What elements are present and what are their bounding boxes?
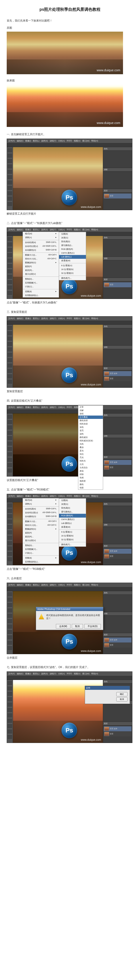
tool-icon[interactable] [7, 331, 13, 336]
dont-merge-button[interactable]: 不合并(D) [84, 624, 101, 628]
menu-item[interactable]: 帮助(H) [91, 672, 98, 675]
blend-option[interactable]: 明度 [78, 486, 103, 490]
cancel-button[interactable]: 取消 [116, 697, 127, 702]
image-menu-dropdown[interactable]: 位图(B)灰度(G)双色调(D)索引颜色(I)...RGB 颜色(R)CMYK … [23, 498, 59, 564]
menu-item[interactable]: 裁切(R)... [23, 269, 59, 272]
tool-icon[interactable] [7, 352, 13, 357]
submenu-item[interactable]: 8 位/通道(A) [59, 530, 86, 534]
menu-item[interactable]: 自动颜色(O)Shift+Ctrl+B [23, 515, 59, 519]
menu-item[interactable]: 3D(D) [67, 495, 72, 498]
tool-icon[interactable] [7, 613, 13, 618]
menu-item[interactable]: 分析(A) [58, 228, 65, 231]
tool-icon[interactable] [7, 630, 13, 635]
menu-item[interactable]: 窗口(W) [82, 672, 90, 675]
menu-item[interactable]: 计算(C)... [23, 285, 59, 289]
submenu-item[interactable]: Lab 颜色(L) [59, 522, 86, 525]
blend-option[interactable]: 颜色减淡 [78, 436, 103, 439]
menu-item[interactable]: 3D(D) [67, 140, 72, 142]
tool-icon[interactable] [7, 447, 13, 452]
tool-icon[interactable] [7, 363, 13, 368]
menu-item[interactable]: 模式(M)▸ [23, 232, 59, 236]
blend-option[interactable]: 正片叠底 [78, 415, 103, 419]
menu-item[interactable]: 图像(I) [25, 228, 31, 231]
menu-item[interactable]: 选择(S) [41, 228, 48, 231]
menu-item[interactable]: 图层(L) [33, 406, 39, 409]
layer-bg[interactable]: 背景 [104, 643, 132, 648]
merge-button[interactable]: 合并(M) [56, 624, 71, 628]
tool-icon[interactable] [7, 274, 13, 279]
tool-icon[interactable] [7, 718, 13, 723]
tool-icon[interactable] [7, 686, 13, 691]
menu-item[interactable]: 模式(M)▸ [23, 498, 59, 502]
menu-item[interactable]: 文件(F) [8, 317, 15, 320]
menu-item[interactable]: 图层(L) [33, 584, 39, 586]
menu-item[interactable]: 自动色调(N)Shift+Ctrl+L [23, 241, 59, 245]
tool-icon[interactable] [7, 697, 13, 702]
submenu-item[interactable]: 位图(B) [59, 498, 86, 502]
menu-item[interactable]: 应用图像(Y)... [23, 281, 59, 285]
tool-icon[interactable] [7, 414, 13, 419]
submenu-item[interactable]: 8 位/通道(A) [59, 264, 86, 267]
menu-item[interactable]: 选择(S) [41, 406, 48, 409]
layer-bg[interactable]: 背景 [104, 554, 132, 559]
menu-item[interactable]: 显示全部(V) [23, 539, 59, 542]
blend-option[interactable]: 饱和度 [78, 479, 103, 483]
menu-item[interactable]: 滤镜(T) [50, 140, 57, 142]
menu-item[interactable]: 窗口(W) [82, 317, 90, 320]
tool-icon[interactable] [7, 148, 13, 153]
tool-icon[interactable] [7, 468, 13, 473]
menu-item[interactable]: 图层(L) [33, 140, 39, 142]
tool-icon[interactable] [7, 530, 13, 535]
menu-item[interactable]: 视图(V) [74, 317, 80, 320]
menu-item[interactable]: 3D(D) [67, 584, 72, 586]
blend-option[interactable]: 线性减淡(添加) [78, 439, 103, 442]
tool-icon[interactable] [7, 347, 13, 352]
tool-icon[interactable] [7, 557, 13, 562]
tool-icon[interactable] [7, 508, 13, 513]
menu-item[interactable]: 图像(I) [25, 672, 31, 675]
menu-item[interactable]: 3D(D) [67, 672, 72, 675]
menu-item[interactable]: 图像大小(I)...Alt+Ctrl+I [23, 520, 59, 523]
tool-icon[interactable] [7, 430, 13, 435]
menu-item[interactable]: 帮助(H) [91, 495, 98, 498]
menu-item[interactable]: 分析(A) [58, 495, 65, 498]
menu-item[interactable]: 计算(C)... [23, 551, 59, 555]
menu-item[interactable]: 编辑(E) [17, 495, 24, 498]
tool-icon[interactable] [7, 175, 13, 180]
menu-item[interactable]: 分析(A) [58, 140, 65, 142]
tool-icon[interactable] [7, 336, 13, 341]
layer-bg[interactable]: 背景 [104, 282, 132, 287]
tool-icon[interactable] [7, 552, 13, 556]
submenu-item[interactable]: CMYK 颜色(C) [59, 251, 86, 255]
blend-option[interactable]: 差值 [78, 469, 103, 473]
blend-mode-dropdown[interactable]: 正常溶解变暗正片叠底颜色加深线性加深深色变亮滤色颜色减淡线性减淡(添加)浅色叠加… [78, 405, 103, 490]
tool-icon[interactable] [7, 514, 13, 519]
blend-option[interactable]: 线性光 [78, 459, 103, 463]
blend-option[interactable]: 叠加 [78, 446, 103, 449]
layer-bg[interactable]: 背景 [104, 465, 132, 470]
tool-icon[interactable] [7, 164, 13, 169]
menu-item[interactable]: 分析(A) [58, 317, 65, 320]
blend-option[interactable]: 浅色 [78, 442, 103, 446]
menu-item[interactable]: 文件(F) [8, 228, 15, 231]
menu-item[interactable]: 编辑(E) [17, 317, 24, 320]
layer-bg-copy[interactable]: 背景 副本 [104, 371, 132, 376]
menu-item[interactable]: 自动对比度(U)Alt+Shift+Ctrl+L [23, 245, 59, 248]
menu-item[interactable]: 图像旋转(G)▸ [23, 261, 59, 265]
submenu-item[interactable]: CMYK 颜色(C) [59, 518, 86, 522]
menu-item[interactable]: 图像(I) [25, 495, 31, 498]
mode-submenu[interactable]: 位图(B)灰度(G)双色调(D)索引颜色(I)...RGB 颜色(R)CMYK … [59, 232, 86, 280]
tool-icon[interactable] [7, 535, 13, 540]
tool-icon[interactable] [7, 441, 13, 446]
tool-icon[interactable] [7, 640, 13, 645]
menu-item[interactable]: 3D(D) [67, 317, 72, 320]
blend-option[interactable]: 滤色 [78, 433, 103, 436]
tool-icon[interactable] [7, 420, 13, 425]
menu-item[interactable]: 文件(F) [8, 140, 15, 142]
menu-item[interactable]: 窗口(W) [82, 228, 90, 231]
tool-icon[interactable] [7, 436, 13, 441]
blend-option[interactable]: 排除 [78, 473, 103, 476]
submenu-item[interactable]: 位图(B) [59, 232, 86, 236]
menu-item[interactable]: 裁切(R)... [23, 535, 59, 539]
blend-option[interactable]: 正常 [78, 406, 103, 409]
